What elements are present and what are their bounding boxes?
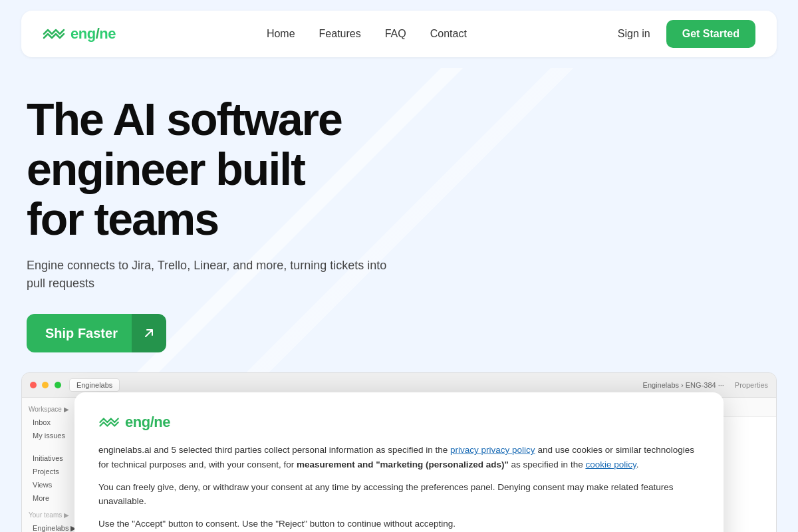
arrow-icon [142,327,156,340]
browser-dots [30,379,64,391]
cookie-body-paragraph2: You can freely give, deny, or withdraw y… [98,480,700,509]
nav-actions: Sign in Get Started [618,20,755,48]
navbar: eng/ne Home Features FAQ Contact Sign in… [21,11,777,57]
sign-in-button[interactable]: Sign in [618,28,650,40]
cookie-logo-text: eng/ne [125,414,170,431]
cookie-policy-link[interactable]: cookie policy [585,460,636,469]
nav-faq[interactable]: FAQ [385,28,406,39]
nav-home[interactable]: Home [267,28,295,39]
ship-faster-button[interactable]: Ship Faster [27,314,166,352]
cookie-body-paragraph1: enginelabs.ai and 5 selected third parti… [98,443,700,471]
browser-tab-enginelabs: Enginelabs [69,378,120,392]
logo[interactable]: eng/ne [43,25,116,43]
cookie-logo-icon [98,416,121,429]
logo-icon [43,27,66,41]
nav-features[interactable]: Features [319,28,361,39]
ship-faster-arrow-icon [132,314,166,352]
browser-tabs: Enginelabs [69,378,638,392]
get-started-button[interactable]: Get Started [666,20,755,48]
browser-breadcrumb: Enginelabs › ENG-384 ··· [643,381,730,389]
screenshot-section: Enginelabs Enginelabs › ENG-384 ··· Prop… [21,372,777,532]
hero-section: The AI software engineer built for teams… [0,68,798,372]
privacy-policy-link[interactable]: privacy privacy policy [450,445,535,455]
cookie-logo: eng/ne [98,414,700,431]
hero-subtitle: Engine connects to Jira, Trello, Linear,… [27,257,399,293]
cookie-body-paragraph3: Use the "Accept" button to consent. Use … [98,517,700,531]
logo-text: eng/ne [70,25,116,43]
cookie-banner: eng/ne enginelabs.ai and 5 selected thir… [74,392,724,532]
hero-title: The AI software engineer built for teams [27,94,492,243]
browser-properties: Properties [735,381,768,389]
nav-links: Home Features FAQ Contact [267,28,467,40]
nav-contact[interactable]: Contact [430,28,467,39]
